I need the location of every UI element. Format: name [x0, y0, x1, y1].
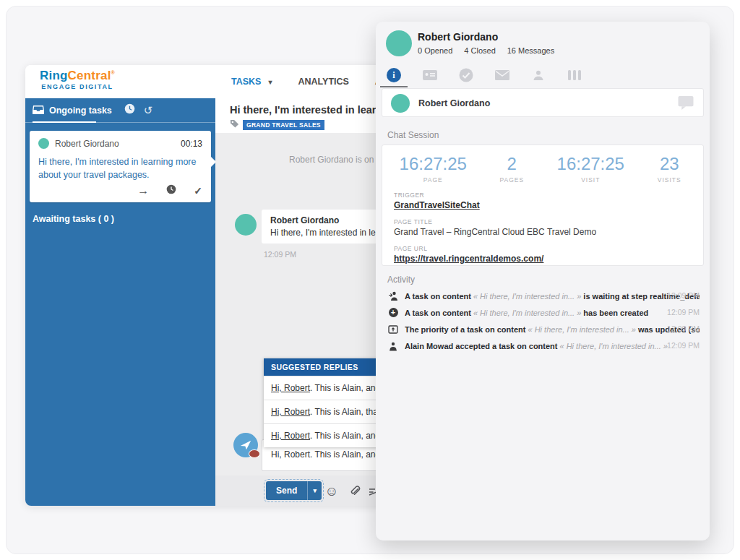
logo-central: Central — [68, 69, 111, 82]
activity-timestamp: 12:09 PM — [667, 324, 700, 333]
emoji-icon[interactable]: ☺ — [324, 483, 340, 499]
chevron-down-icon[interactable]: ▾ — [268, 78, 272, 86]
page-title-value: Grand Travel – RingCentral Cloud EBC Tra… — [394, 227, 692, 237]
reply-placeholder: Hi, Robert — [271, 431, 310, 441]
messages-count: 16 Messages — [507, 46, 554, 55]
activity-item: Alain Mowad accepted a task on content« … — [387, 337, 700, 354]
tab-info[interactable]: i — [386, 68, 402, 82]
trigger-field: TRIGGER GrandTravelSiteChat — [394, 191, 692, 210]
activity-timestamp: 12:09 PM — [667, 291, 700, 300]
page-url-link[interactable]: https://travel.ringcentraldemos.com/ — [394, 254, 543, 264]
reply-placeholder: Hi, Robert — [271, 383, 310, 393]
activity-section-label: Activity — [387, 275, 415, 285]
registered-mark: ® — [111, 70, 115, 75]
send-button[interactable]: Send — [266, 481, 307, 500]
ongoing-tasks-label: Ongoing tasks — [49, 105, 112, 116]
task-message-preview: Hi there, I'm interested in learning mor… — [38, 155, 202, 181]
customer-stats: 0 Opened 4 Closed 16 Messages — [418, 46, 554, 55]
customer-name: Robert Giordano — [418, 31, 498, 43]
clock-icon[interactable] — [124, 103, 135, 117]
contact-card-icon — [423, 70, 437, 80]
logo-wordmark: RingCentral® — [40, 69, 115, 83]
defer-task-icon[interactable] — [166, 184, 176, 197]
attachment-icon[interactable] — [347, 483, 363, 499]
nav-tasks[interactable]: TASKS▾ — [231, 77, 272, 87]
chat-session-card: 16:27:25PAGE 2PAGES 16:27:25VISIT 23VISI… — [382, 145, 704, 266]
tag-icon — [230, 119, 239, 132]
message-timestamp: 12:09 PM — [264, 250, 296, 259]
check-circle-icon — [459, 68, 473, 82]
chat-session-section-label: Chat Session — [387, 130, 439, 140]
send-options-caret[interactable]: ▾ — [307, 481, 322, 500]
activity-timestamp: 12:09 PM — [667, 341, 700, 350]
metric-visit-time: 16:27:25VISIT — [543, 154, 639, 184]
ongoing-tasks-header[interactable]: Ongoing tasks ↺ — [25, 98, 215, 123]
logo-ring: Ring — [40, 69, 68, 82]
tasks-sidebar: Ongoing tasks ↺ Robert Giordano 00:13 Hi… — [25, 98, 215, 506]
task-created-icon: + — [387, 308, 399, 317]
envelope-icon — [495, 70, 509, 80]
activity-item: A task on content« Hi there, I'm interes… — [387, 288, 700, 304]
presence-status-text: Robert Giordano is on the — [289, 155, 388, 165]
customer-details-panel: Robert Giordano 0 Opened 4 Closed 16 Mes… — [376, 22, 710, 540]
send-button-group: Send ▾ — [266, 481, 322, 500]
trigger-link[interactable]: GrandTravelSiteChat — [394, 200, 480, 210]
page-title-field: PAGE TITLE Grand Travel – RingCentral Cl… — [394, 218, 692, 237]
task-card[interactable]: Robert Giordano 00:13 Hi there, I'm inte… — [30, 131, 211, 202]
activity-item: The priority of a task on content« Hi th… — [387, 321, 700, 337]
logo-subtitle: ENGAGE DIGITAL — [40, 84, 115, 91]
avatar — [386, 30, 412, 56]
closed-count: 4 Closed — [464, 46, 495, 55]
chat-bubble-icon[interactable] — [677, 95, 694, 113]
history-icon[interactable]: ↺ — [144, 105, 153, 116]
task-waiting-icon — [387, 291, 399, 301]
activity-item: + A task on content« Hi there, I'm inter… — [387, 304, 700, 321]
inbox-icon — [33, 104, 44, 117]
ringcentral-logo: RingCentral® ENGAGE DIGITAL — [40, 69, 115, 91]
reply-placeholder: Hi, Robert — [271, 407, 310, 417]
activity-timestamp: 12:09 PM — [667, 308, 700, 316]
page-url-field: PAGE URL https://travel.ringcentraldemos… — [394, 245, 692, 264]
tab-tasks[interactable] — [458, 68, 474, 82]
nav-tasks-label: TASKS — [231, 77, 261, 87]
customer-tabs: i — [386, 65, 582, 85]
metric-page-time: 16:27:25PAGE — [385, 154, 481, 184]
awaiting-tasks-label: Awaiting tasks ( 0 ) — [33, 214, 208, 224]
task-card-header: Robert Giordano 00:13 — [38, 138, 202, 149]
contact-row[interactable]: Robert Giordano — [382, 88, 704, 117]
tab-channels[interactable] — [567, 70, 582, 80]
tab-contact-card[interactable] — [422, 70, 438, 80]
task-accepted-icon — [387, 341, 399, 351]
priority-updated-icon — [387, 324, 399, 335]
person-icon — [533, 69, 544, 81]
paper-plane-icon — [239, 439, 252, 452]
task-actions: → ✓ — [38, 184, 202, 197]
complete-task-icon[interactable]: ✓ — [194, 185, 202, 197]
avatar — [391, 94, 410, 113]
sidebar-header-icons: ↺ — [124, 103, 153, 117]
session-metrics: 16:27:25PAGE 2PAGES 16:27:25VISIT 23VISI… — [382, 145, 703, 184]
activity-list: A task on content« Hi there, I'm interes… — [387, 288, 700, 354]
avatar — [235, 214, 257, 236]
contact-name: Robert Giordano — [418, 98, 490, 108]
tab-messages[interactable] — [494, 70, 510, 80]
columns-icon — [568, 70, 582, 80]
opened-count: 0 Opened — [418, 46, 452, 55]
tab-agents[interactable] — [530, 69, 546, 81]
task-contact-name: Robert Giordano — [55, 139, 175, 149]
agent-avatar — [233, 433, 258, 457]
metric-visits: 23VISITS — [639, 154, 700, 184]
nav-analytics[interactable]: ANALYTICS — [298, 77, 348, 87]
avatar — [38, 138, 49, 149]
info-icon: i — [387, 68, 401, 82]
category-badge: GRAND TRAVEL SALES — [243, 120, 324, 130]
metric-pages: 2PAGES — [481, 154, 543, 184]
task-timer: 00:13 — [181, 139, 202, 149]
forward-task-icon[interactable]: → — [137, 184, 149, 197]
